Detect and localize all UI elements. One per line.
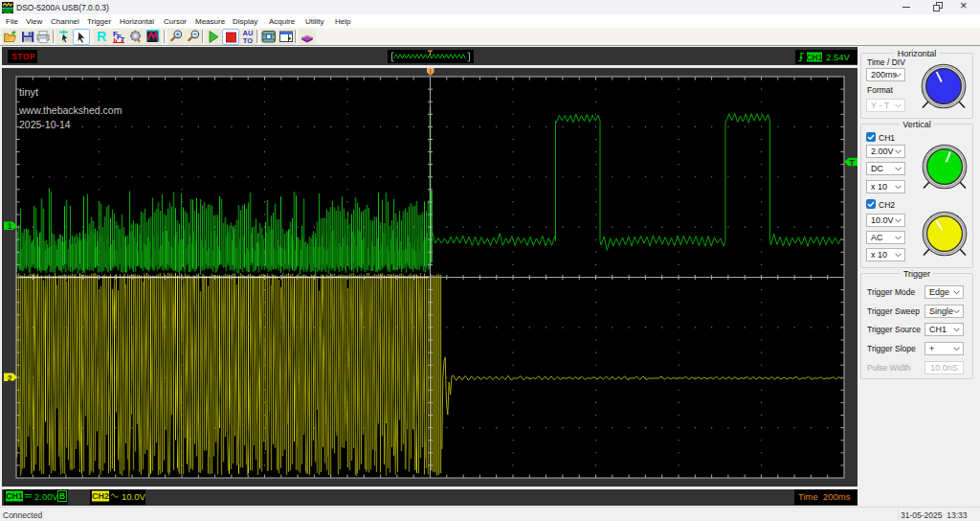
svg-text:2.00V: 2.00V — [34, 491, 58, 502]
svg-text:CH1: CH1 — [806, 53, 822, 62]
svg-text:Time: Time — [798, 491, 818, 502]
svg-text:B: B — [59, 491, 65, 501]
svg-text:2025-10-14: 2025-10-14 — [19, 119, 71, 130]
svg-text:1: 1 — [8, 221, 12, 231]
svg-text:tinyt: tinyt — [19, 86, 38, 98]
svg-text:T: T — [121, 36, 125, 43]
svg-text:10.0V: 10.0V — [122, 491, 145, 502]
svg-text:2: 2 — [8, 374, 12, 383]
svg-text:CH1: CH1 — [6, 491, 23, 501]
svg-text:T: T — [849, 158, 855, 168]
svg-text:2.54V: 2.54V — [826, 52, 850, 62]
svg-text:CH2: CH2 — [92, 491, 109, 501]
svg-text:www.thebackshed.com: www.thebackshed.com — [18, 104, 122, 116]
svg-text:200ms: 200ms — [823, 491, 851, 502]
